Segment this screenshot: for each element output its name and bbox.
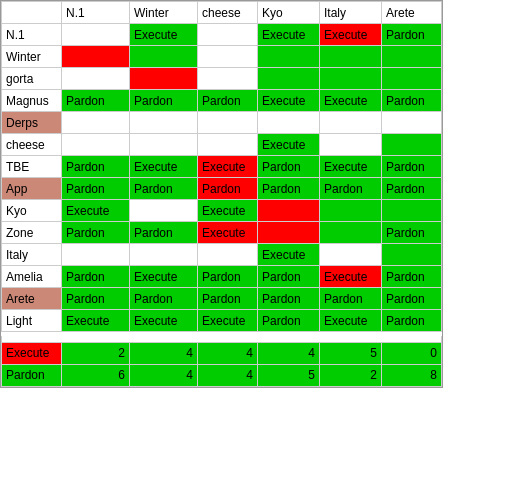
table-cell: Pardon [198, 266, 258, 288]
summary-value: 4 [130, 364, 198, 386]
summary-value: 8 [382, 364, 442, 386]
table-cell: Pardon [382, 156, 442, 178]
table-cell [130, 112, 198, 134]
table-cell [198, 134, 258, 156]
main-table-container: N.1 Winter cheese Kyo Italy Arete N.1Exe… [0, 0, 443, 388]
row-label: Arete [2, 288, 62, 310]
table-cell: Pardon [382, 288, 442, 310]
table-cell: Pardon [62, 266, 130, 288]
table-cell: Execute [62, 200, 130, 222]
table-row: Derps [2, 112, 442, 134]
summary-value: 5 [320, 342, 382, 364]
table-cell [130, 200, 198, 222]
table-cell: Execute [130, 310, 198, 332]
table-cell [320, 112, 382, 134]
table-cell: Pardon [258, 310, 320, 332]
table-cell: Pardon [258, 178, 320, 200]
header-empty [2, 2, 62, 24]
row-label: Zone [2, 222, 62, 244]
table-cell: Pardon [198, 90, 258, 112]
table-cell [320, 244, 382, 266]
summary-value: 4 [258, 342, 320, 364]
table-cell [320, 46, 382, 68]
table-cell: Execute [198, 200, 258, 222]
table-row: MagnusPardonPardonPardonExecuteExecutePa… [2, 90, 442, 112]
row-label: Winter [2, 46, 62, 68]
summary-value: 6 [62, 364, 130, 386]
row-label: gorta [2, 68, 62, 90]
table-row: ItalyExecute [2, 244, 442, 266]
table-cell: Execute [130, 24, 198, 46]
table-cell: Execute [258, 244, 320, 266]
summary-value: 4 [130, 342, 198, 364]
table-cell [130, 244, 198, 266]
summary-value: 4 [198, 364, 258, 386]
table-cell: Execute [130, 266, 198, 288]
table-row: Winter [2, 46, 442, 68]
table-cell: Pardon [62, 222, 130, 244]
table-body: N.1ExecuteExecuteExecutePardonWintergort… [2, 24, 442, 332]
table-cell: Pardon [382, 178, 442, 200]
row-label: TBE [2, 156, 62, 178]
header-cheese: cheese [198, 2, 258, 24]
table-cell: Pardon [198, 178, 258, 200]
table-cell: Pardon [130, 178, 198, 200]
table-cell: Execute [320, 24, 382, 46]
table-row: TBEPardonExecuteExecutePardonExecutePard… [2, 156, 442, 178]
summary-row: Execute244450 [2, 342, 442, 364]
table-cell [198, 46, 258, 68]
table-row: gorta [2, 68, 442, 90]
table-cell: Execute [258, 134, 320, 156]
table-cell: Pardon [320, 178, 382, 200]
header-winter: Winter [130, 2, 198, 24]
table-cell [198, 24, 258, 46]
summary-label: Pardon [2, 364, 62, 386]
summary-label: Execute [2, 342, 62, 364]
header-arete: Arete [382, 2, 442, 24]
table-cell: Pardon [62, 156, 130, 178]
summary-body: Execute244450Pardon644528 [2, 336, 442, 386]
table-cell: Pardon [382, 24, 442, 46]
table-row: AretePardonPardonPardonPardonPardonPardo… [2, 288, 442, 310]
table-cell [382, 244, 442, 266]
table-cell: Execute [198, 310, 258, 332]
summary-row: Pardon644528 [2, 364, 442, 386]
table-cell [258, 46, 320, 68]
table-row: AmeliaPardonExecutePardonPardonExecutePa… [2, 266, 442, 288]
table-cell: Execute [62, 310, 130, 332]
table-cell [62, 112, 130, 134]
table-cell: Execute [320, 90, 382, 112]
table-row: ZonePardonPardonExecutePardon [2, 222, 442, 244]
table-cell [198, 244, 258, 266]
table-cell: Execute [320, 310, 382, 332]
summary-value: 2 [62, 342, 130, 364]
row-label: N.1 [2, 24, 62, 46]
row-label: Kyo [2, 200, 62, 222]
table-cell: Pardon [258, 266, 320, 288]
table-cell: Execute [258, 24, 320, 46]
table-row: N.1ExecuteExecuteExecutePardon [2, 24, 442, 46]
row-label: Light [2, 310, 62, 332]
table-cell: Pardon [382, 90, 442, 112]
table-cell: Pardon [382, 310, 442, 332]
table-cell [198, 68, 258, 90]
table-cell: Execute [130, 156, 198, 178]
table-cell: Execute [320, 266, 382, 288]
table-cell [382, 68, 442, 90]
table-cell [320, 68, 382, 90]
table-cell [382, 112, 442, 134]
table-cell: Pardon [130, 288, 198, 310]
row-label: cheese [2, 134, 62, 156]
table-row: AppPardonPardonPardonPardonPardonPardon [2, 178, 442, 200]
table-cell: Pardon [258, 156, 320, 178]
table-cell: Pardon [62, 90, 130, 112]
table-cell [320, 134, 382, 156]
summary-table: Execute244450Pardon644528 [1, 336, 442, 387]
row-label: Amelia [2, 266, 62, 288]
table-cell: Pardon [62, 178, 130, 200]
table-cell [382, 46, 442, 68]
row-label: Magnus [2, 90, 62, 112]
table-cell: Pardon [62, 288, 130, 310]
data-table: N.1 Winter cheese Kyo Italy Arete N.1Exe… [1, 1, 442, 332]
summary-value: 4 [198, 342, 258, 364]
